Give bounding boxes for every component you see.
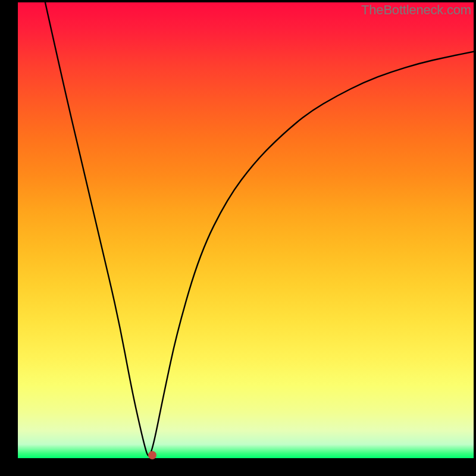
data-marker — [148, 451, 156, 459]
curve-svg — [18, 2, 474, 458]
curve-path — [45, 2, 474, 456]
chart-frame: TheBottleneck.com — [0, 0, 476, 476]
plot-area: TheBottleneck.com — [18, 2, 474, 458]
